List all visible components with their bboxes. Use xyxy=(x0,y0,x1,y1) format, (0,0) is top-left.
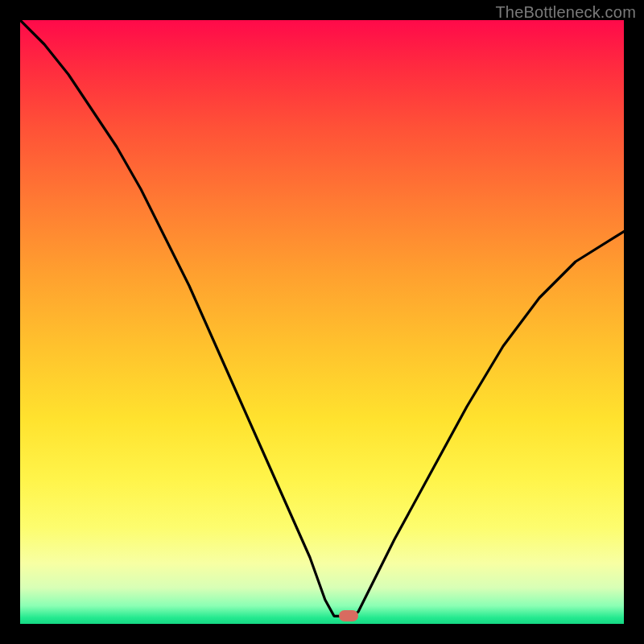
curve-path xyxy=(20,20,624,616)
chart-frame: TheBottleneck.com xyxy=(0,0,644,644)
plot-area xyxy=(20,20,624,624)
min-marker xyxy=(339,610,358,621)
bottleneck-curve xyxy=(20,20,624,624)
watermark-text: TheBottleneck.com xyxy=(495,3,636,22)
